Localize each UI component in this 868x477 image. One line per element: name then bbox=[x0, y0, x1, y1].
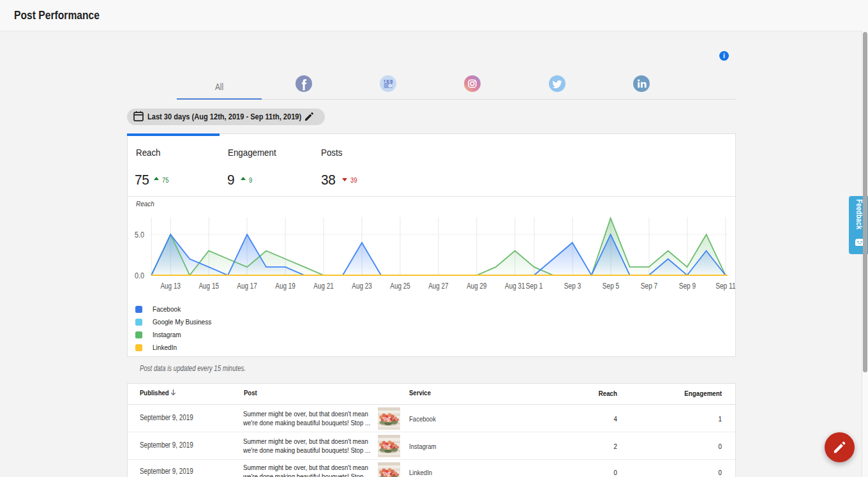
svg-text:Sep 9: Sep 9 bbox=[679, 282, 696, 291]
svg-text:Aug 15: Aug 15 bbox=[198, 282, 219, 291]
svg-text:Aug 31: Aug 31 bbox=[505, 282, 525, 291]
svg-text:Sep 5: Sep 5 bbox=[602, 282, 620, 291]
svg-text:Aug 23: Aug 23 bbox=[352, 282, 372, 291]
svg-text:Sep 1: Sep 1 bbox=[526, 282, 543, 291]
svg-text:5.0: 5.0 bbox=[135, 231, 144, 239]
svg-text:Aug 21: Aug 21 bbox=[313, 282, 334, 291]
svg-text:Aug 29: Aug 29 bbox=[467, 282, 487, 291]
svg-text:0.0: 0.0 bbox=[135, 271, 144, 280]
svg-text:Aug 27: Aug 27 bbox=[428, 282, 449, 291]
svg-text:Sep 3: Sep 3 bbox=[564, 282, 581, 291]
svg-text:Aug 25: Aug 25 bbox=[390, 282, 410, 291]
svg-text:Aug 13: Aug 13 bbox=[160, 282, 181, 291]
svg-text:Aug 19: Aug 19 bbox=[275, 282, 296, 291]
svg-text:Sep 11: Sep 11 bbox=[715, 282, 735, 291]
svg-text:Sep 7: Sep 7 bbox=[641, 282, 658, 291]
svg-text:Aug 17: Aug 17 bbox=[237, 282, 257, 291]
